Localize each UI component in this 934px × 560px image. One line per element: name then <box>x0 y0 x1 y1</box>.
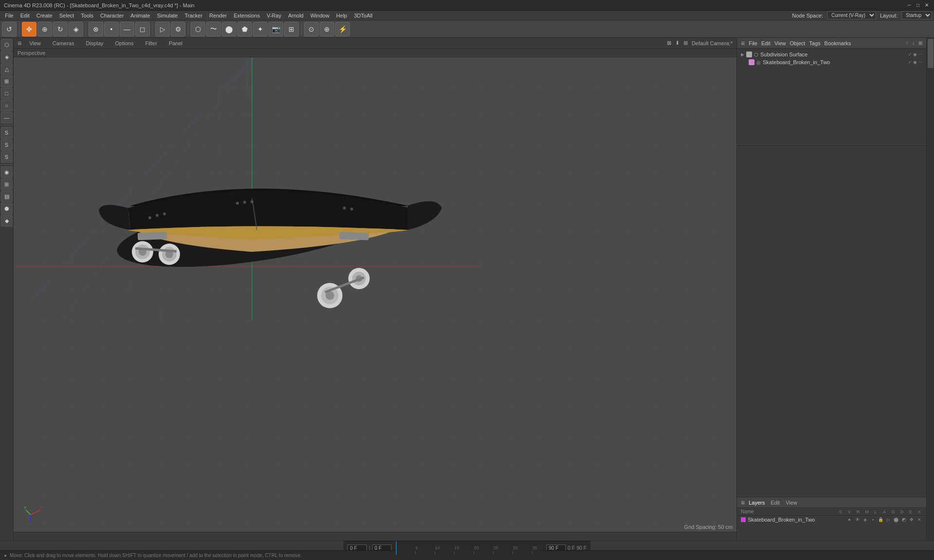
menu-create[interactable]: Create <box>34 12 55 19</box>
layer-icon-v[interactable]: 👁 <box>854 517 860 523</box>
left-tool-paint[interactable]: ◉ <box>1 166 13 178</box>
left-tool-6[interactable]: ○ <box>1 100 13 111</box>
layers-menu-icon[interactable]: ≡ <box>741 499 745 507</box>
menu-select[interactable]: Select <box>56 12 77 19</box>
left-tool-7[interactable]: — <box>1 112 13 123</box>
minimize-btn[interactable]: ─ <box>906 2 913 9</box>
obj-mgr-tab-tags[interactable]: Tags <box>809 40 820 46</box>
obj-mgr-tab-bookmarks[interactable]: Bookmarks <box>825 40 851 46</box>
layer-icon-e[interactable]: ✤ <box>909 517 915 523</box>
left-tool-s3[interactable]: S <box>1 151 13 163</box>
left-tool-material[interactable]: ◆ <box>1 215 13 227</box>
camera-btn[interactable]: 📷 <box>269 22 283 36</box>
undo-btn[interactable]: ↺ <box>2 22 17 36</box>
menu-arnold[interactable]: Arnold <box>285 12 306 19</box>
select-btn[interactable]: ◈ <box>69 22 83 36</box>
menu-vray[interactable]: V-Ray <box>264 12 284 19</box>
scale-tool-btn[interactable]: ⊕ <box>37 22 52 36</box>
render-btn[interactable]: ▷ <box>155 22 170 36</box>
obj-mgr-icon2[interactable]: ↓ <box>912 40 915 46</box>
layer-icon-r[interactable]: ◈ <box>862 517 868 523</box>
left-tool-layers2[interactable]: ▤ <box>1 191 13 202</box>
edge-mode-btn[interactable]: — <box>120 22 134 36</box>
left-tool-4[interactable]: ⊞ <box>1 75 13 87</box>
bone-btn[interactable]: ⊞ <box>284 22 299 36</box>
menu-simulate[interactable]: Simulate <box>154 12 181 19</box>
nurbs-btn[interactable]: ⬤ <box>222 22 236 36</box>
layers-tab-edit[interactable]: Edit <box>771 500 780 506</box>
viewport-icon3[interactable]: ⊞ <box>683 40 688 46</box>
layer-icon-x[interactable]: ✕ <box>916 517 922 523</box>
obj-vis-icon[interactable]: ✓ <box>908 52 912 57</box>
snap-btn[interactable]: ⊙ <box>304 22 319 36</box>
layers-tab-layers[interactable]: Layers <box>749 500 765 506</box>
layer-icon-g[interactable]: ⬤ <box>893 517 899 523</box>
obj-mgr-icon3[interactable]: ⊞ <box>918 40 922 46</box>
new-object-btn[interactable]: ⬡ <box>191 22 205 36</box>
obj-mode-btn[interactable]: ⊗ <box>89 22 103 36</box>
light-btn[interactable]: ✦ <box>253 22 268 36</box>
obj-more-icon-sk[interactable]: ⋯ <box>918 60 922 65</box>
obj-vis-icon-sk[interactable]: ✓ <box>908 60 912 65</box>
viewport-icon2[interactable]: ⬇ <box>675 40 680 46</box>
viewport-tab-display[interactable]: Display <box>82 39 107 47</box>
obj-mgr-tab-file[interactable]: File <box>749 40 757 46</box>
menu-window[interactable]: Window <box>307 12 332 19</box>
menu-file[interactable]: File <box>2 12 17 19</box>
menu-render[interactable]: Render <box>206 12 230 19</box>
viewport-tab-options[interactable]: Options <box>111 39 138 47</box>
menu-extensions[interactable]: Extensions <box>231 12 263 19</box>
layer-icon-s[interactable]: ● <box>846 517 852 523</box>
obj-mgr-icon1[interactable]: ↑ <box>906 40 908 46</box>
obj-item-subdivision[interactable]: ▶ ⬡ Subdivision Surface ✓ ◉ ⋯ <box>739 51 924 58</box>
layer-icon-m[interactable]: ▪ <box>870 517 876 523</box>
menu-tools[interactable]: Tools <box>78 12 96 19</box>
left-tool-s2[interactable]: S <box>1 139 13 151</box>
left-tool-grid[interactable]: ⊞ <box>1 178 13 190</box>
tool-options-btn[interactable]: ⚡ <box>335 22 350 36</box>
viewport-tab-panel[interactable]: Panel <box>165 39 186 47</box>
menu-character[interactable]: Character <box>97 12 126 19</box>
obj-mgr-tab-edit[interactable]: Edit <box>761 40 771 46</box>
viewport-icon1[interactable]: ⊠ <box>667 40 671 46</box>
obj-more-icon[interactable]: ⋯ <box>918 52 922 57</box>
obj-mgr-menu-icon[interactable]: ≡ <box>741 39 745 47</box>
axis-btn[interactable]: ⊕ <box>320 22 334 36</box>
left-tool-mesh[interactable]: ⬢ <box>1 203 13 214</box>
layer-icon-l[interactable]: 🔒 <box>878 517 883 523</box>
menu-tracker[interactable]: Tracker <box>181 12 205 19</box>
obj-mgr-tab-object[interactable]: Object <box>790 40 806 46</box>
layer-icon-a[interactable]: ▷ <box>885 517 891 523</box>
left-tool-2[interactable]: ◈ <box>1 51 13 63</box>
layer-row-skateboard[interactable]: Skateboard_Broken_in_Two ● 👁 ◈ ▪ 🔒 ▷ ⬤ ◩… <box>737 516 926 524</box>
close-btn[interactable]: ✕ <box>923 2 930 9</box>
left-tool-5[interactable]: □ <box>1 88 13 99</box>
obj-item-skateboard[interactable]: ◎ Skateboard_Broken_in_Two ✓ ◉ ⋯ <box>739 58 924 66</box>
layer-icon-d[interactable]: ◩ <box>901 517 907 523</box>
poly-mode-btn[interactable]: ◻ <box>135 22 150 36</box>
left-tool-1[interactable]: ⬡ <box>1 39 13 51</box>
viewport-3d[interactable]: X Y Z Grid Spacing: 50 cm <box>14 57 736 532</box>
point-mode-btn[interactable]: • <box>104 22 119 36</box>
rotate-tool-btn[interactable]: ↻ <box>53 22 68 36</box>
layers-tab-view[interactable]: View <box>786 500 797 506</box>
obj-render-icon-sk[interactable]: ◉ <box>913 60 917 65</box>
move-tool-btn[interactable]: ✤ <box>22 22 36 36</box>
left-tool-3[interactable]: △ <box>1 63 13 75</box>
left-tool-s1[interactable]: S <box>1 127 13 139</box>
menu-help[interactable]: Help <box>333 12 350 19</box>
viewport-tab-cameras[interactable]: Cameras <box>49 39 78 47</box>
node-space-select[interactable]: Current (V-Ray) <box>827 11 876 19</box>
layout-select[interactable]: Startup <box>901 11 932 19</box>
viewport-tab-filter[interactable]: Filter <box>141 39 161 47</box>
deformer-btn[interactable]: ⬟ <box>237 22 252 36</box>
menu-edit[interactable]: Edit <box>18 12 33 19</box>
obj-render-icon[interactable]: ◉ <box>913 52 917 57</box>
render-settings-btn[interactable]: ⚙ <box>171 22 185 36</box>
spline-btn[interactable]: 〜 <box>206 22 221 36</box>
obj-mgr-tab-view[interactable]: View <box>774 40 786 46</box>
menu-animate[interactable]: Animate <box>127 12 153 19</box>
menu-3dtoall[interactable]: 3DToAll <box>351 12 376 19</box>
viewport-menu-icon[interactable]: ≡ <box>18 39 21 47</box>
maximize-btn[interactable]: □ <box>915 2 921 9</box>
